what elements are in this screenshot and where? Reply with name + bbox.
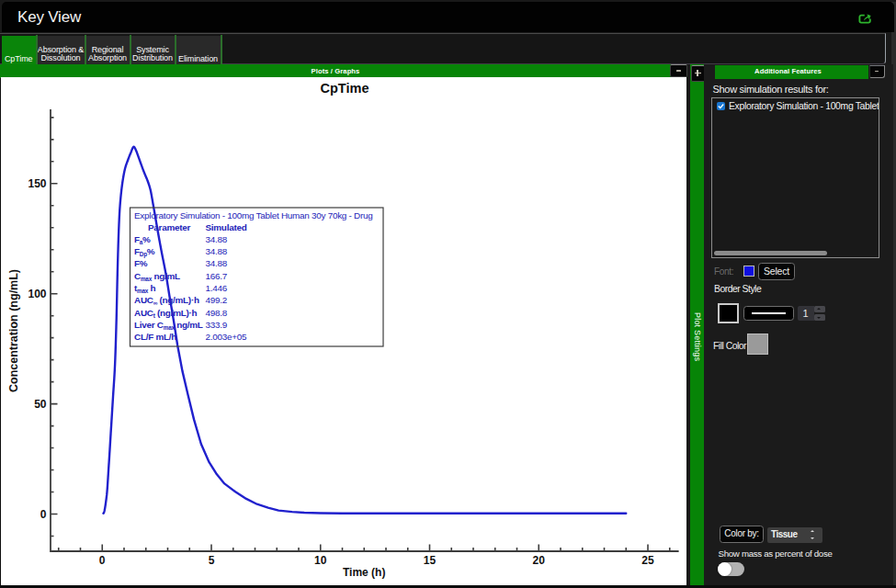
svg-text:AUC∞ (ng/mL)·h: AUC∞ (ng/mL)·h (134, 295, 199, 306)
svg-text:5: 5 (209, 554, 215, 567)
svg-text:AUCt (ng/mL)·h: AUCt (ng/mL)·h (134, 308, 198, 319)
svg-text:34.88: 34.88 (206, 234, 228, 244)
svg-text:2.003e+05: 2.003e+05 (206, 332, 247, 342)
svg-text:Exploratory Simulation - 100mg: Exploratory Simulation - 100mg Tablet Hu… (134, 210, 373, 220)
svg-text:25: 25 (641, 554, 654, 567)
svg-text:CpTime: CpTime (321, 81, 369, 96)
svg-text:0: 0 (40, 508, 47, 521)
svg-text:Concentration (ng/mL): Concentration (ng/mL) (7, 269, 20, 392)
svg-text:150: 150 (28, 177, 46, 190)
svg-text:100: 100 (28, 288, 46, 300)
svg-text:34.88: 34.88 (206, 258, 228, 268)
svg-text:34.88: 34.88 (206, 246, 228, 256)
svg-text:50: 50 (34, 398, 47, 411)
svg-text:20: 20 (533, 554, 546, 567)
svg-text:499.2: 499.2 (206, 295, 227, 305)
svg-text:333.9: 333.9 (206, 320, 228, 330)
svg-text:F%: F% (134, 258, 148, 268)
svg-text:15: 15 (424, 554, 437, 567)
svg-text:Time (h): Time (h) (343, 566, 385, 579)
svg-text:Fa%: Fa% (134, 234, 151, 245)
svg-text:498.8: 498.8 (206, 308, 228, 318)
svg-text:Simulated: Simulated (206, 222, 247, 232)
svg-text:10: 10 (314, 554, 327, 567)
svg-text:1.446: 1.446 (206, 283, 228, 293)
svg-text:166.7: 166.7 (206, 271, 227, 281)
svg-text:0: 0 (99, 554, 106, 567)
svg-text:CL/F mL/h: CL/F mL/h (134, 332, 176, 342)
svg-text:Parameter: Parameter (148, 222, 190, 232)
